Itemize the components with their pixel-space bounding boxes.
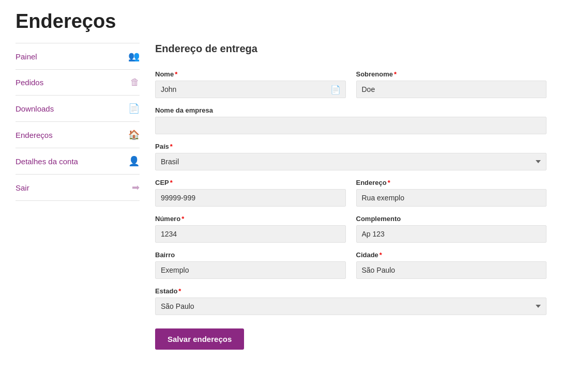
required-estado: * bbox=[178, 287, 181, 295]
sidebar-item-painel[interactable]: Painel 👥 bbox=[16, 43, 140, 69]
row-bairro-cidade: Bairro Cidade* bbox=[155, 251, 546, 279]
required-endereco: * bbox=[388, 179, 390, 186]
sidebar-label-sair: Sair bbox=[16, 183, 29, 192]
complemento-input[interactable] bbox=[356, 225, 547, 243]
sidebar-item-pedidos[interactable]: Pedidos 🗑 bbox=[16, 69, 140, 95]
painel-icon: 👥 bbox=[128, 51, 140, 62]
group-numero: Número* bbox=[155, 215, 346, 243]
sidebar-item-sair[interactable]: Sair ➡ bbox=[16, 174, 140, 201]
row-estado: Estado* São Paulo Rio de Janeiro Minas G… bbox=[155, 287, 546, 315]
required-cidade: * bbox=[379, 251, 382, 259]
enderecos-icon: 🏠 bbox=[128, 129, 140, 140]
sidebar: Painel 👥 Pedidos 🗑 Downloads 📄 Endereços… bbox=[16, 43, 140, 358]
downloads-icon: 📄 bbox=[128, 103, 140, 114]
label-numero: Número* bbox=[155, 215, 346, 223]
nome-input[interactable] bbox=[155, 81, 346, 98]
pais-select[interactable]: Brasil Argentina Chile Colômbia México P… bbox=[155, 153, 546, 170]
group-complemento: Complemento bbox=[356, 215, 547, 243]
sidebar-label-painel: Painel bbox=[16, 52, 37, 61]
label-sobrenome: Sobrenome* bbox=[356, 70, 547, 78]
group-pais: País* Brasil Argentina Chile Colômbia Mé… bbox=[155, 143, 546, 170]
label-cidade: Cidade* bbox=[356, 251, 547, 259]
row-empresa: Nome da empresa bbox=[155, 106, 546, 134]
label-pais: País* bbox=[155, 143, 546, 150]
sidebar-label-pedidos: Pedidos bbox=[16, 78, 43, 87]
group-nome: Nome* 📄 bbox=[155, 70, 346, 98]
group-sobrenome: Sobrenome* bbox=[356, 70, 547, 98]
label-complemento: Complemento bbox=[356, 215, 547, 223]
row-pais: País* Brasil Argentina Chile Colômbia Mé… bbox=[155, 143, 546, 170]
required-nome: * bbox=[175, 70, 177, 78]
save-button[interactable]: Salvar endereços bbox=[155, 328, 244, 350]
row-save: Salvar endereços bbox=[155, 323, 546, 350]
cidade-input[interactable] bbox=[356, 261, 547, 279]
nome-icon: 📄 bbox=[330, 85, 341, 95]
label-endereco: Endereço* bbox=[356, 179, 547, 186]
empresa-input[interactable] bbox=[155, 117, 546, 134]
group-cep: CEP* bbox=[155, 179, 346, 207]
sidebar-item-enderecos[interactable]: Endereços 🏠 bbox=[16, 121, 140, 148]
endereco-input[interactable] bbox=[356, 189, 547, 207]
group-bairro: Bairro bbox=[155, 251, 346, 279]
required-cep: * bbox=[170, 179, 173, 186]
label-nome: Nome* bbox=[155, 70, 346, 78]
row-numero-complemento: Número* Complemento bbox=[155, 215, 546, 243]
label-estado: Estado* bbox=[155, 287, 546, 295]
label-empresa: Nome da empresa bbox=[155, 106, 546, 114]
group-empresa: Nome da empresa bbox=[155, 106, 546, 134]
page-title: Endereços bbox=[16, 10, 546, 33]
numero-input[interactable] bbox=[155, 225, 346, 243]
main-content: Endereço de entrega Nome* 📄 Sobrenome* bbox=[155, 43, 546, 358]
row-nome-sobrenome: Nome* 📄 Sobrenome* bbox=[155, 70, 546, 98]
required-sobrenome: * bbox=[394, 70, 397, 78]
row-cep-endereco: CEP* Endereço* bbox=[155, 179, 546, 207]
required-numero: * bbox=[181, 215, 184, 223]
sair-icon: ➡ bbox=[132, 182, 140, 193]
nome-input-wrapper: 📄 bbox=[155, 81, 346, 98]
section-title: Endereço de entrega bbox=[155, 43, 546, 60]
sobrenome-input[interactable] bbox=[356, 81, 547, 98]
group-cidade: Cidade* bbox=[356, 251, 547, 279]
required-pais: * bbox=[170, 143, 173, 150]
detalhes-icon: 👤 bbox=[128, 155, 140, 167]
sidebar-label-enderecos: Endereços bbox=[16, 131, 53, 139]
pedidos-icon: 🗑 bbox=[130, 77, 140, 88]
label-cep: CEP* bbox=[155, 179, 346, 186]
sidebar-label-downloads: Downloads bbox=[16, 104, 54, 113]
group-estado: Estado* São Paulo Rio de Janeiro Minas G… bbox=[155, 287, 546, 315]
estado-select[interactable]: São Paulo Rio de Janeiro Minas Gerais Ba… bbox=[155, 297, 546, 315]
cep-input[interactable] bbox=[155, 189, 346, 207]
label-bairro: Bairro bbox=[155, 251, 346, 259]
bairro-input[interactable] bbox=[155, 261, 346, 279]
group-endereco: Endereço* bbox=[356, 179, 547, 207]
sidebar-label-detalhes: Detalhes da conta bbox=[16, 157, 78, 166]
sidebar-item-detalhes[interactable]: Detalhes da conta 👤 bbox=[16, 148, 140, 174]
sidebar-item-downloads[interactable]: Downloads 📄 bbox=[16, 95, 140, 121]
